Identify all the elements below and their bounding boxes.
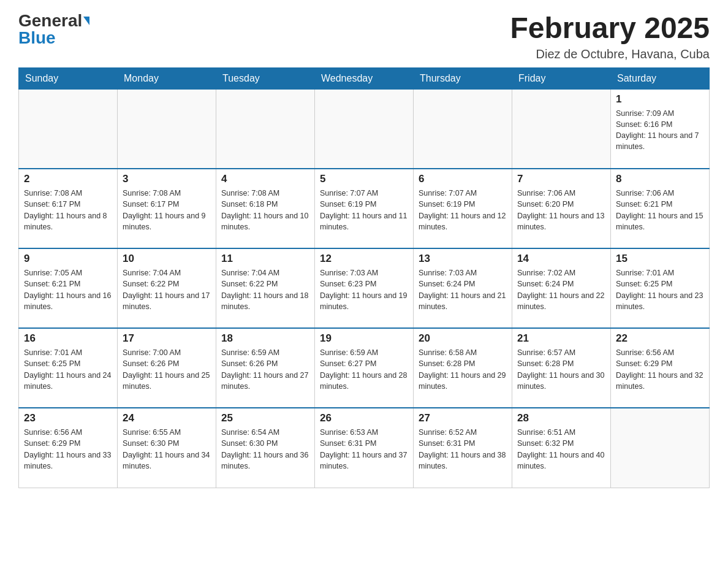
day-info: Sunrise: 7:03 AM Sunset: 6:23 PM Dayligh…: [320, 267, 408, 312]
day-info: Sunrise: 7:07 AM Sunset: 6:19 PM Dayligh…: [320, 188, 408, 232]
table-row: 17Sunrise: 7:00 AM Sunset: 6:26 PM Dayli…: [118, 328, 216, 408]
day-info: Sunrise: 7:02 AM Sunset: 6:24 PM Dayligh…: [517, 267, 605, 312]
day-number: 15: [616, 253, 704, 265]
day-info: Sunrise: 7:07 AM Sunset: 6:19 PM Dayligh…: [419, 188, 507, 232]
day-info: Sunrise: 7:03 AM Sunset: 6:24 PM Dayligh…: [419, 267, 507, 312]
table-row: 1Sunrise: 7:09 AM Sunset: 6:16 PM Daylig…: [611, 89, 710, 169]
day-number: 4: [221, 173, 309, 185]
day-number: 28: [517, 412, 605, 424]
day-info: Sunrise: 7:08 AM Sunset: 6:17 PM Dayligh…: [24, 188, 112, 232]
table-row: 15Sunrise: 7:01 AM Sunset: 6:25 PM Dayli…: [611, 248, 710, 328]
col-sunday: Sunday: [19, 67, 118, 89]
day-number: 21: [517, 332, 605, 345]
day-number: 17: [123, 332, 211, 345]
day-number: 2: [24, 173, 112, 185]
day-info: Sunrise: 6:56 AM Sunset: 6:29 PM Dayligh…: [616, 347, 704, 392]
day-number: 19: [320, 332, 408, 345]
calendar-week-row: 23Sunrise: 6:56 AM Sunset: 6:29 PM Dayli…: [19, 408, 710, 488]
day-info: Sunrise: 6:59 AM Sunset: 6:26 PM Dayligh…: [221, 347, 309, 392]
day-number: 26: [320, 412, 408, 424]
table-row: 7Sunrise: 7:06 AM Sunset: 6:20 PM Daylig…: [512, 169, 611, 248]
table-row: 2Sunrise: 7:08 AM Sunset: 6:17 PM Daylig…: [19, 169, 118, 248]
day-number: 22: [616, 332, 704, 345]
day-info: Sunrise: 6:57 AM Sunset: 6:28 PM Dayligh…: [517, 347, 605, 392]
day-number: 8: [616, 173, 704, 185]
day-info: Sunrise: 6:56 AM Sunset: 6:29 PM Dayligh…: [24, 427, 112, 472]
col-tuesday: Tuesday: [216, 67, 315, 89]
day-info: Sunrise: 7:06 AM Sunset: 6:20 PM Dayligh…: [517, 188, 605, 232]
table-row: [315, 89, 414, 169]
day-info: Sunrise: 7:01 AM Sunset: 6:25 PM Dayligh…: [616, 267, 704, 312]
table-row: 10Sunrise: 7:04 AM Sunset: 6:22 PM Dayli…: [118, 248, 216, 328]
day-number: 14: [517, 253, 605, 265]
col-wednesday: Wednesday: [315, 67, 414, 89]
calendar-week-row: 9Sunrise: 7:05 AM Sunset: 6:21 PM Daylig…: [19, 248, 710, 328]
logo-arrow-icon: [83, 17, 89, 25]
col-friday: Friday: [512, 67, 611, 89]
table-row: 25Sunrise: 6:54 AM Sunset: 6:30 PM Dayli…: [216, 408, 315, 488]
table-row: 4Sunrise: 7:08 AM Sunset: 6:18 PM Daylig…: [216, 169, 315, 248]
col-saturday: Saturday: [611, 67, 710, 89]
day-number: 24: [123, 412, 211, 424]
table-row: [216, 89, 315, 169]
title-block: February 2025 Diez de Octubre, Havana, C…: [510, 12, 710, 61]
day-number: 9: [24, 253, 112, 265]
table-row: 26Sunrise: 6:53 AM Sunset: 6:31 PM Dayli…: [315, 408, 414, 488]
calendar-week-row: 1Sunrise: 7:09 AM Sunset: 6:16 PM Daylig…: [19, 89, 710, 169]
day-number: 7: [517, 173, 605, 185]
day-number: 16: [24, 332, 112, 345]
table-row: 9Sunrise: 7:05 AM Sunset: 6:21 PM Daylig…: [19, 248, 118, 328]
table-row: 24Sunrise: 6:55 AM Sunset: 6:30 PM Dayli…: [118, 408, 216, 488]
day-info: Sunrise: 7:08 AM Sunset: 6:18 PM Dayligh…: [221, 188, 309, 232]
day-info: Sunrise: 6:53 AM Sunset: 6:31 PM Dayligh…: [320, 427, 408, 472]
day-number: 27: [419, 412, 507, 424]
table-row: 23Sunrise: 6:56 AM Sunset: 6:29 PM Dayli…: [19, 408, 118, 488]
logo-general-text: General: [18, 12, 82, 29]
table-row: 16Sunrise: 7:01 AM Sunset: 6:25 PM Dayli…: [19, 328, 118, 408]
table-row: 21Sunrise: 6:57 AM Sunset: 6:28 PM Dayli…: [512, 328, 611, 408]
table-row: 11Sunrise: 7:04 AM Sunset: 6:22 PM Dayli…: [216, 248, 315, 328]
day-info: Sunrise: 7:06 AM Sunset: 6:21 PM Dayligh…: [616, 188, 704, 232]
day-info: Sunrise: 7:09 AM Sunset: 6:16 PM Dayligh…: [616, 108, 704, 153]
col-monday: Monday: [118, 67, 216, 89]
table-row: 3Sunrise: 7:08 AM Sunset: 6:17 PM Daylig…: [118, 169, 216, 248]
day-number: 13: [419, 253, 507, 265]
table-row: 22Sunrise: 6:56 AM Sunset: 6:29 PM Dayli…: [611, 328, 710, 408]
calendar-week-row: 2Sunrise: 7:08 AM Sunset: 6:17 PM Daylig…: [19, 169, 710, 248]
day-info: Sunrise: 7:08 AM Sunset: 6:17 PM Dayligh…: [123, 188, 211, 232]
day-info: Sunrise: 6:58 AM Sunset: 6:28 PM Dayligh…: [419, 347, 507, 392]
table-row: [19, 89, 118, 169]
table-row: [118, 89, 216, 169]
day-number: 1: [616, 93, 704, 105]
table-row: 6Sunrise: 7:07 AM Sunset: 6:19 PM Daylig…: [414, 169, 512, 248]
calendar-header-row: Sunday Monday Tuesday Wednesday Thursday…: [19, 67, 710, 89]
table-row: [611, 408, 710, 488]
table-row: [414, 89, 512, 169]
table-row: 20Sunrise: 6:58 AM Sunset: 6:28 PM Dayli…: [414, 328, 512, 408]
calendar-week-row: 16Sunrise: 7:01 AM Sunset: 6:25 PM Dayli…: [19, 328, 710, 408]
table-row: 19Sunrise: 6:59 AM Sunset: 6:27 PM Dayli…: [315, 328, 414, 408]
page-header: General Blue February 2025 Diez de Octub…: [18, 12, 710, 61]
day-number: 5: [320, 173, 408, 185]
day-info: Sunrise: 7:01 AM Sunset: 6:25 PM Dayligh…: [24, 347, 112, 392]
day-number: 11: [221, 253, 309, 265]
table-row: 18Sunrise: 6:59 AM Sunset: 6:26 PM Dayli…: [216, 328, 315, 408]
day-number: 25: [221, 412, 309, 424]
table-row: 14Sunrise: 7:02 AM Sunset: 6:24 PM Dayli…: [512, 248, 611, 328]
day-info: Sunrise: 6:51 AM Sunset: 6:32 PM Dayligh…: [517, 427, 605, 472]
day-number: 3: [123, 173, 211, 185]
day-number: 12: [320, 253, 408, 265]
table-row: 5Sunrise: 7:07 AM Sunset: 6:19 PM Daylig…: [315, 169, 414, 248]
table-row: 8Sunrise: 7:06 AM Sunset: 6:21 PM Daylig…: [611, 169, 710, 248]
day-number: 6: [419, 173, 507, 185]
day-number: 18: [221, 332, 309, 345]
table-row: 12Sunrise: 7:03 AM Sunset: 6:23 PM Dayli…: [315, 248, 414, 328]
day-info: Sunrise: 7:05 AM Sunset: 6:21 PM Dayligh…: [24, 267, 112, 312]
day-info: Sunrise: 6:59 AM Sunset: 6:27 PM Dayligh…: [320, 347, 408, 392]
table-row: 27Sunrise: 6:52 AM Sunset: 6:31 PM Dayli…: [414, 408, 512, 488]
day-info: Sunrise: 7:04 AM Sunset: 6:22 PM Dayligh…: [221, 267, 309, 312]
day-number: 23: [24, 412, 112, 424]
day-info: Sunrise: 6:54 AM Sunset: 6:30 PM Dayligh…: [221, 427, 309, 472]
table-row: 13Sunrise: 7:03 AM Sunset: 6:24 PM Dayli…: [414, 248, 512, 328]
calendar-subtitle: Diez de Octubre, Havana, Cuba: [510, 47, 710, 61]
